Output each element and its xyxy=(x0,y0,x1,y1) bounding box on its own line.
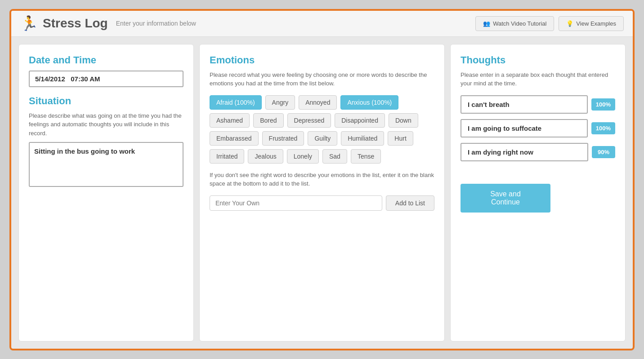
thoughts-title: Thoughts xyxy=(461,54,615,66)
emotions-description: Please record what you were feeling by c… xyxy=(210,71,434,88)
emotions-note: If you don't see the right word to descr… xyxy=(210,171,434,188)
datetime-input[interactable] xyxy=(29,71,183,87)
emotion-tag[interactable]: Down xyxy=(389,113,418,128)
logo-icon: 🏃 xyxy=(20,16,38,31)
thoughts-description: Please enter in a separate box each thou… xyxy=(461,71,615,88)
add-to-list-button[interactable]: Add to List xyxy=(386,195,434,211)
header-left: 🏃 Stress Log Enter your information belo… xyxy=(20,16,196,31)
panel-left: Date and Time Situation Please describe … xyxy=(18,44,194,341)
app-frame: 🏃 Stress Log Enter your information belo… xyxy=(9,9,635,350)
emotion-tag[interactable]: Anxious (100%) xyxy=(340,95,398,110)
emotion-tag[interactable]: Annoyed xyxy=(299,95,337,110)
enter-own-input[interactable] xyxy=(210,195,382,211)
emotion-tag[interactable]: Depressed xyxy=(287,113,331,128)
add-emotion-row: Add to List xyxy=(210,195,434,211)
watch-video-tutorial-button[interactable]: 👥 Watch Video Tutorial xyxy=(475,16,554,31)
thought-row: 100% xyxy=(461,95,615,114)
main-content: Date and Time Situation Please describe … xyxy=(11,37,633,349)
emotion-tag[interactable]: Embarassed xyxy=(210,131,259,146)
date-time-title: Date and Time xyxy=(29,54,183,66)
save-continue-button[interactable]: Save and Continue xyxy=(461,184,550,213)
emotion-tag[interactable]: Bored xyxy=(253,113,283,128)
emotion-tag[interactable]: Irritated xyxy=(210,149,244,164)
emotion-tag[interactable]: Lonely xyxy=(287,149,319,164)
emotion-tag[interactable]: Guilty xyxy=(308,131,337,146)
emotions-title: Emotions xyxy=(210,54,434,66)
thought-percentage: 100% xyxy=(591,122,615,134)
situation-textarea[interactable]: Sitting in the bus going to work xyxy=(29,142,183,187)
bulb-icon: 💡 xyxy=(566,20,573,27)
emotion-tags: Afraid (100%)AngryAnnoyedAnxious (100%)A… xyxy=(210,95,434,164)
video-icon: 👥 xyxy=(483,20,490,27)
thought-row: 90% xyxy=(461,143,615,161)
app-subtitle: Enter your information below xyxy=(116,20,196,27)
situation-title: Situation xyxy=(29,95,183,107)
thought-row: 100% xyxy=(461,119,615,137)
emotion-tag[interactable]: Sad xyxy=(322,149,347,164)
view-examples-button[interactable]: 💡 View Examples xyxy=(559,16,624,31)
panel-right: Thoughts Please enter in a separate box … xyxy=(450,44,626,341)
emotion-tag[interactable]: Frustrated xyxy=(262,131,304,146)
thought-percentage: 100% xyxy=(591,98,615,111)
emotion-tag[interactable]: Disappointed xyxy=(335,113,385,128)
emotion-tag[interactable]: Jealous xyxy=(248,149,283,164)
emotion-tag[interactable]: Tense xyxy=(351,149,381,164)
thought-percentage: 90% xyxy=(592,146,615,158)
emotion-tag[interactable]: Afraid (100%) xyxy=(210,95,262,110)
watch-video-label: Watch Video Tutorial xyxy=(493,20,546,27)
thought-input[interactable] xyxy=(461,95,588,114)
emotion-tag[interactable]: Ashamed xyxy=(210,113,250,128)
thought-input[interactable] xyxy=(461,143,588,161)
thought-entries: 100%100%90% xyxy=(461,95,615,161)
emotion-tag[interactable]: Angry xyxy=(265,95,295,110)
situation-description: Please describe what was going on at the… xyxy=(29,111,183,138)
app-title: Stress Log xyxy=(43,16,108,31)
header-buttons: 👥 Watch Video Tutorial 💡 View Examples xyxy=(475,16,624,31)
emotion-tag[interactable]: Hurt xyxy=(388,131,413,146)
emotion-tag[interactable]: Humiliated xyxy=(341,131,384,146)
header: 🏃 Stress Log Enter your information belo… xyxy=(11,11,633,37)
panel-middle: Emotions Please record what you were fee… xyxy=(199,44,445,341)
thought-input[interactable] xyxy=(461,119,588,137)
view-examples-label: View Examples xyxy=(576,20,616,27)
